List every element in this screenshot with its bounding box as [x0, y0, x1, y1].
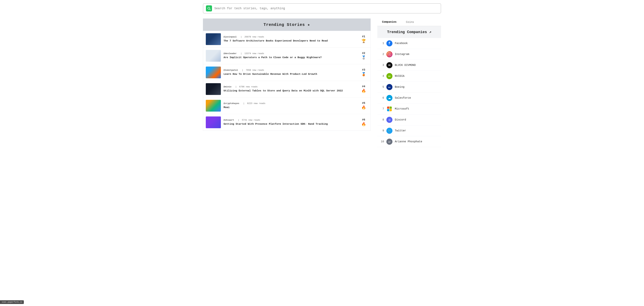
- company-name: Instagram: [395, 53, 409, 56]
- company-logo: ☁: [386, 95, 392, 101]
- story-content: @javinpaul | 26870 new reads The 7 Softw…: [224, 36, 357, 43]
- story-rank: #6 🔥: [360, 118, 368, 126]
- company-rank: 4: [380, 75, 384, 78]
- story-author: @lomitpatel: [224, 69, 238, 71]
- rank-icon: 🥈: [362, 55, 366, 60]
- company-item[interactable]: 3 BK BLVCK DIVMOND: [377, 60, 441, 71]
- story-title[interactable]: Utilizing External Tables to Store and Q…: [224, 89, 357, 93]
- story-meta: @shiaart | 5741 new reads: [224, 119, 357, 121]
- story-thumbnail: [206, 50, 221, 62]
- trending-stories-header: Trending Stories ★: [203, 19, 371, 31]
- story-item[interactable]: @devleader | 13374 new reads Are Implici…: [203, 48, 370, 64]
- company-name: Arianne Phosphate: [395, 140, 422, 143]
- company-item[interactable]: 2 Instagram: [377, 49, 441, 60]
- company-item[interactable]: 8 ⊙ Discord: [377, 114, 441, 125]
- story-item[interactable]: @javinpaul | 26870 new reads The 7 Softw…: [203, 31, 370, 48]
- company-item[interactable]: 7 Microsoft: [377, 103, 441, 114]
- company-name: BLVCK DIVMOND: [395, 64, 416, 67]
- story-meta: @javinpaul | 26870 new reads: [224, 36, 357, 38]
- company-name: NVIDIA: [395, 75, 404, 78]
- rank-label: #1: [362, 35, 365, 38]
- search-bar: [203, 3, 441, 14]
- svg-text:AP: AP: [388, 141, 391, 143]
- company-item[interactable]: 4 NV NVIDIA: [377, 71, 441, 82]
- company-item[interactable]: 6 ☁ Salesforce: [377, 93, 441, 103]
- story-author: @cryptohayes: [224, 102, 239, 105]
- search-icon: [207, 7, 211, 10]
- rank-label: #4: [362, 85, 365, 88]
- story-thumbnail: [206, 116, 221, 128]
- rank-icon: 🔥: [362, 105, 366, 110]
- story-content: @cryptohayes | 6223 new reads Moai: [224, 102, 357, 109]
- company-name: Boeing: [395, 86, 404, 89]
- tab-companies[interactable]: Companies: [377, 19, 401, 26]
- company-logo: BA: [386, 84, 392, 90]
- search-input[interactable]: [214, 7, 438, 10]
- svg-text:⊙: ⊙: [388, 118, 390, 121]
- story-meta: @minio | 6786 new reads: [224, 86, 357, 88]
- svg-text:☁: ☁: [388, 96, 391, 100]
- story-title[interactable]: Moai: [224, 106, 357, 109]
- company-item[interactable]: 9 🐦 Twitter: [377, 125, 441, 136]
- story-content: @devleader | 13374 new reads Are Implici…: [224, 52, 357, 59]
- story-rank: #5 🔥: [360, 102, 368, 110]
- story-list: @javinpaul | 26870 new reads The 7 Softw…: [203, 31, 371, 131]
- company-name: Twitter: [395, 129, 406, 132]
- company-name: Facebook: [395, 42, 408, 45]
- story-item[interactable]: @lomitpatel | 7650 new reads Learn How T…: [203, 64, 370, 81]
- tab-coins[interactable]: Coins: [401, 19, 418, 26]
- company-logo: BK: [386, 62, 392, 68]
- company-logo: [386, 106, 392, 112]
- rank-icon: 🔥: [362, 122, 366, 126]
- story-author: @minio: [224, 86, 232, 88]
- story-meta: @cryptohayes | 6223 new reads: [224, 102, 357, 105]
- company-name: Salesforce: [395, 96, 411, 99]
- story-rank: #1 🏆: [360, 35, 368, 43]
- story-meta: @devleader | 13374 new reads: [224, 52, 357, 55]
- svg-point-4: [390, 53, 390, 54]
- company-name: Microsoft: [395, 107, 409, 110]
- story-rank: #4 🔥: [360, 85, 368, 93]
- company-logo: NV: [386, 73, 392, 79]
- svg-line-1: [210, 9, 210, 10]
- story-thumbnail: [206, 67, 221, 78]
- company-list: 1 f Facebook 2 Instagram 3 BK BLVCK DIVM…: [377, 38, 441, 147]
- rank-label: #3: [362, 68, 365, 71]
- rank-label: #5: [362, 102, 365, 105]
- story-item[interactable]: @minio | 6786 new reads Utilizing Extern…: [203, 81, 370, 97]
- svg-point-3: [389, 54, 390, 55]
- company-logo: AP: [386, 139, 392, 145]
- svg-text:🐦: 🐦: [388, 129, 391, 132]
- story-author: @javinpaul: [224, 36, 237, 38]
- company-logo: ⊙: [386, 117, 392, 123]
- svg-text:NV: NV: [388, 75, 390, 77]
- company-rank: 8: [380, 118, 384, 121]
- story-author: @shiaart: [224, 119, 234, 121]
- story-rank: #2 🥈: [360, 52, 368, 60]
- rank-icon: 🔥: [362, 89, 366, 93]
- company-item[interactable]: 1 f Facebook: [377, 38, 441, 49]
- company-logo: 🐦: [386, 128, 392, 134]
- company-rank: 10: [380, 140, 384, 143]
- story-content: @lomitpatel | 7650 new reads Learn How T…: [224, 69, 357, 76]
- story-item[interactable]: @cryptohayes | 6223 new reads Moai #5 🔥: [203, 97, 370, 114]
- company-logo: f: [386, 40, 392, 46]
- company-item[interactable]: 10 AP Arianne Phosphate: [377, 136, 441, 147]
- rank-icon: 🏆: [362, 39, 366, 43]
- story-title[interactable]: Are Implicit Operators a Path to Clean C…: [224, 56, 357, 59]
- rank-icon: 🥉: [362, 72, 366, 77]
- svg-text:BA: BA: [388, 87, 390, 88]
- company-rank: 1: [380, 42, 384, 45]
- story-title[interactable]: The 7 Software Architecture Books Experi…: [224, 39, 357, 43]
- story-thumbnail: [206, 83, 221, 95]
- story-title[interactable]: Learn How To Drive Sustainable Revenue W…: [224, 72, 357, 76]
- main-layout: Trending Stories ★ @javinpaul | 26870 ne…: [203, 19, 441, 147]
- story-title[interactable]: Getting Started With Presence Platform I…: [224, 122, 357, 126]
- company-item[interactable]: 5 BA Boeing: [377, 82, 441, 93]
- story-content: @shiaart | 5741 new reads Getting Starte…: [224, 119, 357, 126]
- rank-label: #6: [362, 118, 365, 121]
- company-logo: [386, 51, 392, 57]
- company-name: Discord: [395, 118, 406, 121]
- story-thumbnail: [206, 33, 221, 45]
- story-item[interactable]: @shiaart | 5741 new reads Getting Starte…: [203, 114, 370, 130]
